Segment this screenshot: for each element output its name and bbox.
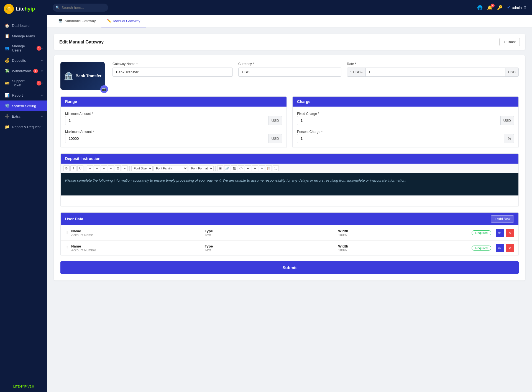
- sidebar-item-manage-users[interactable]: 👥 Manage Users 1 ▾: [0, 41, 47, 55]
- redo-button[interactable]: ↪: [252, 165, 258, 171]
- back-button[interactable]: ↩ Back: [499, 38, 520, 46]
- editor-text: Please complete the following informatio…: [65, 178, 406, 182]
- logo-text: Litehyip: [16, 6, 35, 12]
- sidebar-item-extra[interactable]: ➕ Extra ▾: [0, 111, 47, 122]
- main-wrapper: 🔍 🌐 🔔 1 🔑 ✔ admin ⚙ 🖥️ Automatic Gateway…: [47, 0, 532, 392]
- ud-type-value: Text: [205, 233, 338, 237]
- tab-automatic-gateway[interactable]: 🖥️ Automatic Gateway: [53, 15, 101, 27]
- ud-type-label: Type: [205, 244, 338, 248]
- globe-icon[interactable]: 🌐: [477, 5, 483, 10]
- percent-charge-input[interactable]: [297, 134, 505, 143]
- tab-manual-gateway[interactable]: ✏️ Manual Gateway: [101, 15, 146, 27]
- range-section-body: Minimum Amount * USD Maximum Amount * US…: [61, 107, 287, 148]
- sidebar-item-system-setting[interactable]: ⚙️ System Setting: [0, 100, 47, 111]
- gateway-name-input[interactable]: [112, 68, 233, 77]
- fixed-charge-input[interactable]: [297, 116, 500, 125]
- drag-handle-icon[interactable]: ⠿: [65, 231, 68, 235]
- sidebar-item-deposits[interactable]: 💰 Deposits ▾: [0, 55, 47, 66]
- range-section-header: Range: [61, 97, 287, 107]
- sidebar-item-report[interactable]: 📊 Report ▾: [0, 90, 47, 100]
- sidebar-item-label: Support Ticket: [12, 79, 35, 87]
- edit-button[interactable]: ✏: [496, 244, 504, 252]
- bold-button[interactable]: B: [63, 165, 70, 171]
- min-amount-label: Minimum Amount *: [65, 112, 93, 116]
- charge-section-body: Fixed Charge * USD Percent Charge * %: [293, 107, 518, 148]
- submit-button[interactable]: Submit: [60, 261, 519, 274]
- list-unordered-button[interactable]: ≡: [122, 165, 128, 171]
- max-amount-label: Maximum Amount *: [65, 130, 94, 134]
- sidebar-item-support-ticket[interactable]: 🎫 Support Ticket 1 ▾: [0, 76, 47, 90]
- ud-name-value: Account Name: [71, 233, 205, 237]
- max-amount-input[interactable]: [65, 134, 268, 143]
- sidebar-item-label: Dashboard: [12, 24, 30, 28]
- edit-button[interactable]: ✏: [496, 229, 504, 237]
- fixed-charge-input-group: USD: [297, 116, 514, 125]
- link-button[interactable]: 🔗: [224, 165, 230, 171]
- gateway-fields: Gateway Name * Currency * Rate * 1 USD= …: [112, 62, 519, 77]
- align-center-button[interactable]: ≡: [94, 165, 100, 171]
- range-charge-grid: Range Minimum Amount * USD Maximum Amoun…: [60, 96, 519, 148]
- align-left-button[interactable]: ≡: [87, 165, 93, 171]
- rate-prefix: 1 USD=: [347, 68, 366, 76]
- sidebar-item-manage-plans[interactable]: 📋 Manage Plans: [0, 31, 47, 41]
- sidebar-item-dashboard[interactable]: 🏠 Dashboard: [0, 20, 47, 31]
- delete-button[interactable]: ✕: [506, 229, 514, 237]
- font-family-select[interactable]: Font Family ArialTimes New RomanCourier …: [154, 166, 188, 171]
- sidebar-item-withdrawals[interactable]: 💸 Withdrawals 1 ▾: [0, 66, 47, 76]
- fixed-charge-suffix: USD: [500, 116, 514, 125]
- font-format-select[interactable]: Font Format NormalHeading 1Heading 2: [189, 166, 214, 171]
- currency-input[interactable]: [238, 68, 341, 77]
- code-button[interactable]: </>: [238, 165, 244, 171]
- currency-field: Currency *: [238, 62, 341, 77]
- withdrawals-badge: 1: [33, 69, 38, 73]
- min-amount-suffix: USD: [268, 116, 282, 125]
- ud-actions: ✏ ✕: [496, 229, 514, 237]
- delete-button[interactable]: ✕: [506, 244, 514, 252]
- max-amount-row: Maximum Amount * USD: [65, 129, 282, 143]
- align-justify-button[interactable]: ≡: [108, 165, 114, 171]
- ud-width-col: Width 100%: [338, 229, 472, 237]
- underline-button[interactable]: U: [77, 165, 83, 171]
- support-icon: 🎫: [4, 81, 9, 86]
- sidebar-item-label: Extra: [12, 114, 20, 118]
- add-new-button[interactable]: + Add New: [491, 215, 514, 223]
- topbar-user[interactable]: ✔ admin ⚙: [507, 5, 526, 10]
- font-size-select[interactable]: Font Size 8101214161824: [131, 166, 153, 171]
- sidebar-item-label: Manage Plans: [12, 34, 35, 38]
- chevron-down-icon: ▾: [41, 59, 43, 62]
- sidebar-item-report-request[interactable]: 📁 Report & Request: [0, 122, 47, 132]
- cut-button[interactable]: ✂: [259, 165, 265, 171]
- editor-content-area[interactable]: Please complete the following informatio…: [61, 173, 518, 195]
- min-amount-input[interactable]: [65, 116, 268, 125]
- percent-charge-row: Percent Charge * %: [297, 129, 514, 143]
- ud-actions: ✏ ✕: [496, 244, 514, 252]
- logo[interactable]: 🍋 Litehyip: [0, 0, 47, 18]
- bell-icon[interactable]: 🔔 1: [487, 5, 493, 10]
- toolbar-separator-3: [215, 166, 216, 171]
- align-right-button[interactable]: ≡: [101, 165, 107, 171]
- drag-handle-icon[interactable]: ⠿: [65, 246, 68, 250]
- table-row: ⠿ Name Account Name Type Text Width 100%…: [61, 225, 518, 241]
- ud-type-col: Type Text: [205, 244, 338, 252]
- list-ordered-button[interactable]: ≣: [115, 165, 121, 171]
- rate-input[interactable]: [366, 68, 505, 76]
- topbar-right: 🌐 🔔 1 🔑 ✔ admin ⚙: [477, 5, 526, 10]
- table-button[interactable]: ⊞: [217, 165, 223, 171]
- required-badge: Required: [472, 230, 491, 235]
- toolbar-separator-2: [129, 166, 130, 171]
- copy-button[interactable]: 📋: [266, 165, 272, 171]
- editor-empty-area[interactable]: [61, 195, 518, 207]
- fixed-charge-row: Fixed Charge * USD: [297, 111, 514, 125]
- currency-label: Currency *: [238, 62, 341, 66]
- search-input[interactable]: [53, 4, 108, 12]
- ud-name-label: Name: [71, 244, 205, 248]
- italic-button[interactable]: I: [70, 165, 76, 171]
- fixed-charge-label: Fixed Charge *: [297, 112, 319, 116]
- deposit-instruction-section: Deposit Instruction B I U ≡ ≡ ≡ ≡ ≣ ≡ Fo…: [60, 153, 519, 207]
- key-icon[interactable]: 🔑: [497, 5, 503, 10]
- camera-button[interactable]: 📷: [100, 85, 108, 93]
- fullscreen-button[interactable]: ⛶: [273, 165, 279, 171]
- image-button[interactable]: 🖼: [231, 165, 237, 171]
- undo-button[interactable]: ↩: [245, 165, 251, 171]
- users-icon: 👥: [4, 46, 9, 51]
